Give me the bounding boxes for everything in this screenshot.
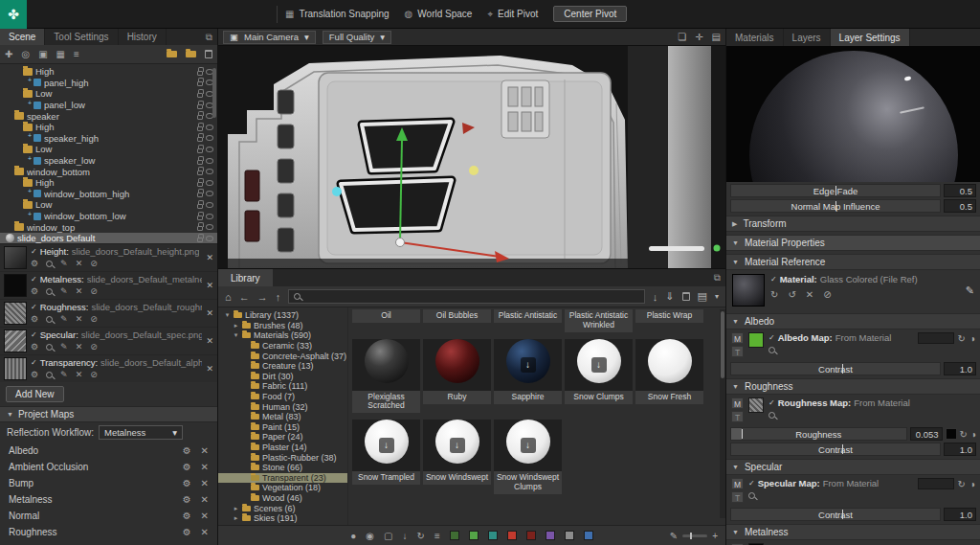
asset-tile[interactable]: ↓ Plastic Antistatic Wrinkled: [565, 309, 633, 332]
lock-icon[interactable]: [197, 226, 203, 231]
map-thumbnail[interactable]: [4, 302, 27, 325]
gear-icon[interactable]: ⚙: [183, 511, 191, 521]
search-icon[interactable]: [768, 412, 775, 419]
project-map-row[interactable]: Normal ⚙ ✕: [0, 508, 217, 524]
asset-tile[interactable]: ↓ Plexiglass Scratched: [352, 335, 420, 414]
project-map-row[interactable]: Albedo ⚙ ✕: [0, 443, 217, 459]
asset-tile[interactable]: ↓ Plastic Antistatic: [494, 309, 562, 332]
project-map-row[interactable]: Roughness ⚙ ✕: [0, 524, 217, 540]
camera-icon[interactable]: ▣: [38, 49, 47, 59]
library-tab[interactable]: Library: [218, 269, 273, 286]
visibility-icon[interactable]: [206, 125, 213, 130]
scene-tree-item[interactable]: High: [0, 177, 217, 189]
expander-icon[interactable]: ▸: [233, 514, 239, 522]
color-swatch[interactable]: [469, 531, 479, 540]
refresh-icon[interactable]: ↻: [770, 289, 778, 300]
contrast-value[interactable]: 1.0: [944, 362, 976, 375]
chevron-down-icon[interactable]: ▾: [715, 292, 719, 301]
add-folder-icon[interactable]: [186, 51, 196, 57]
opacity-icon[interactable]: ◑: [969, 333, 975, 344]
albedo-color-swatch[interactable]: [748, 332, 764, 348]
asset-thumbnail[interactable]: ↓: [352, 420, 420, 471]
right-panel-tab[interactable]: Layer Settings: [831, 29, 910, 46]
library-folder-item[interactable]: Transparent (23): [218, 473, 347, 484]
scene-tree-item[interactable]: Low: [0, 144, 217, 155]
texture-toggle[interactable]: T: [731, 411, 744, 422]
edit-icon[interactable]: ✎: [60, 259, 68, 268]
frame-view-icon[interactable]: ❏: [678, 32, 686, 42]
lock-icon[interactable]: [197, 160, 203, 165]
check-icon[interactable]: ✓: [768, 333, 775, 342]
search-icon[interactable]: [768, 347, 775, 353]
gear-icon[interactable]: ⚙: [183, 445, 191, 456]
close-icon[interactable]: ✕: [76, 314, 83, 324]
user-icon[interactable]: ◉: [366, 531, 374, 541]
left-panel-tab[interactable]: Tool Settings: [45, 29, 118, 45]
asset-tile[interactable]: ↓ Snow Clumps: [565, 335, 633, 414]
popout-icon[interactable]: ⧉: [714, 272, 721, 284]
download-icon[interactable]: ↓: [403, 531, 408, 541]
metalness-section-header[interactable]: ▼ Metalness: [726, 524, 980, 540]
library-folder-item[interactable]: Creature (13): [218, 361, 347, 372]
toolbar-tool-icon[interactable]: [27, 4, 49, 25]
library-folder-item[interactable]: Plastic-Rubber (38): [218, 452, 347, 463]
scene-tree-item[interactable]: speaker: [0, 110, 217, 122]
library-folder-item[interactable]: Ceramic (33): [218, 341, 347, 352]
import-icon[interactable]: ⇓: [665, 290, 674, 303]
asset-thumbnail[interactable]: ↓: [494, 420, 562, 471]
download-badge-icon[interactable]: ↓: [521, 438, 536, 453]
library-folder-item[interactable]: Plaster (14): [218, 443, 347, 453]
account-icon[interactable]: ●: [350, 531, 356, 541]
layers-icon[interactable]: ▦: [56, 49, 65, 59]
close-icon[interactable]: ✕: [76, 342, 83, 352]
library-folder-item[interactable]: Vegetation (18): [218, 483, 347, 493]
color-swatch[interactable]: [546, 531, 555, 540]
refresh-icon[interactable]: ↻: [958, 333, 966, 344]
gear-icon[interactable]: ⚙: [183, 462, 191, 472]
viewport-render[interactable]: [218, 46, 725, 268]
download-icon[interactable]: ↓: [653, 291, 658, 303]
sync-icon[interactable]: ↻: [417, 531, 425, 541]
brush-size-slider[interactable]: [682, 534, 707, 537]
color-swatch[interactable]: [526, 531, 536, 540]
download-badge-icon[interactable]: ↓: [591, 357, 607, 373]
library-folder-item[interactable]: Human (32): [218, 401, 347, 412]
toolbar-toggle[interactable]: ▦ Translation Snapping: [285, 9, 390, 19]
scene-tree-item[interactable]: speaker_high: [0, 133, 217, 145]
texture-toggle[interactable]: T: [731, 491, 744, 503]
texture-map-entry[interactable]: ✓ Roughness: slide_doors_Default_roughne…: [0, 300, 217, 328]
remove-map-icon[interactable]: ✕: [206, 281, 213, 290]
expander-icon[interactable]: ▾: [224, 311, 231, 319]
visibility-icon[interactable]: [206, 180, 213, 186]
disable-icon[interactable]: ⊘: [90, 342, 98, 352]
visibility-icon[interactable]: [206, 135, 213, 141]
3d-viewport[interactable]: ▣ Main Camera ▾ Full Quality ▾ ❏ ✛ ▤: [218, 29, 725, 268]
roughness-thumbnail[interactable]: [748, 397, 764, 413]
toolbar-tool-icon[interactable]: [49, 4, 71, 25]
check-icon[interactable]: ✓: [748, 479, 755, 488]
gear-icon[interactable]: ⚙: [31, 370, 38, 379]
eyedropper-icon[interactable]: ✎: [966, 284, 974, 297]
check-icon[interactable]: ✓: [768, 398, 775, 407]
lock-icon[interactable]: [197, 170, 203, 175]
folder-icon[interactable]: [167, 51, 177, 57]
library-folder-item[interactable]: Wood (46): [218, 493, 347, 504]
close-icon[interactable]: ✕: [76, 370, 83, 379]
material-properties-header[interactable]: ▼ Material Properties: [726, 235, 980, 251]
material-reference-header[interactable]: ▼ Material Reference: [726, 254, 980, 270]
toolbar-tool-icon[interactable]: [225, 4, 247, 25]
library-folder-item[interactable]: ▸ Scenes (6): [218, 503, 347, 513]
disable-icon[interactable]: ⊘: [90, 314, 98, 324]
add-icon[interactable]: ✚: [5, 49, 12, 59]
download-badge-icon[interactable]: ↓: [521, 357, 536, 373]
texture-map-entry[interactable]: ✓ Transparency: slide_doors_Default_alph…: [0, 355, 217, 382]
search-input[interactable]: [305, 291, 639, 302]
gear-icon[interactable]: ⚙: [31, 314, 38, 324]
close-icon[interactable]: ✕: [76, 259, 83, 268]
add-icon[interactable]: +: [712, 531, 718, 541]
visibility-icon[interactable]: [206, 236, 213, 241]
toolbar-tool-icon[interactable]: [71, 4, 93, 25]
color-swatch[interactable]: [584, 531, 593, 540]
check-icon[interactable]: ✓: [31, 275, 37, 284]
close-icon[interactable]: ✕: [201, 445, 209, 456]
